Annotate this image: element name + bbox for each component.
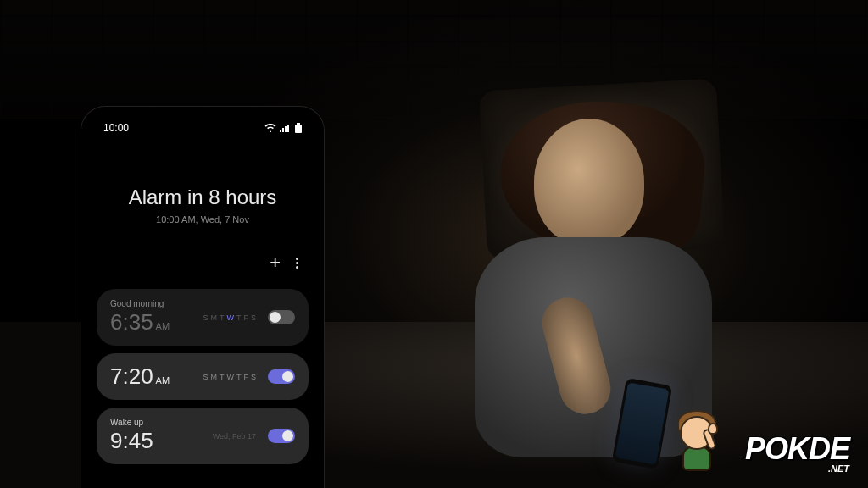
status-bar: 10:00 (88, 114, 317, 139)
svg-rect-4 (297, 123, 300, 125)
svg-rect-3 (287, 125, 289, 132)
logo-suffix-text: .NET (828, 463, 849, 474)
alarm-header: Alarm in 8 hours 10:00 AM, Wed, 7 Nov (88, 139, 317, 245)
alarm-time: 9:45 (110, 428, 213, 454)
more-options-button[interactable] (296, 258, 298, 269)
background-scene: 10:00 (0, 0, 868, 488)
alarm-label: Good morning (110, 299, 203, 308)
alarm-list: Good morning 6:35 AM S M T W T F S (88, 289, 317, 488)
svg-rect-1 (282, 128, 284, 132)
logo-mascot-icon (667, 408, 726, 475)
phone-mockup: 10:00 (81, 107, 324, 488)
signal-icon (280, 124, 292, 132)
wifi-icon (264, 124, 276, 132)
alarm-time: 7:20 AM (110, 363, 203, 390)
add-alarm-button[interactable]: + (270, 252, 281, 274)
pokde-logo: POKDE .NET (667, 403, 849, 475)
battery-icon (295, 123, 302, 133)
alarm-days: S M T W T F S (203, 373, 256, 381)
alarm-toggle[interactable] (268, 369, 295, 384)
person-head (534, 119, 644, 246)
logo-brand-text: POKDE (745, 431, 849, 467)
alarm-toggle[interactable] (268, 310, 295, 324)
alarm-days: S M T W T F S (203, 313, 256, 322)
action-bar: + (88, 245, 317, 289)
alarm-label: Wake up (110, 418, 213, 427)
svg-rect-5 (295, 125, 302, 133)
svg-rect-0 (280, 130, 281, 132)
alarm-card[interactable]: Wake up 9:45 Wed, Feb 17 (97, 408, 309, 464)
status-icons (264, 123, 302, 133)
svg-rect-2 (285, 126, 287, 132)
phone-screen: 10:00 (88, 114, 317, 488)
header-subtitle: 10:00 AM, Wed, 7 Nov (102, 214, 303, 225)
header-title: Alarm in 8 hours (102, 186, 303, 209)
alarm-card[interactable]: Good morning 6:35 AM S M T W T F S (97, 289, 309, 346)
alarm-date: Wed, Feb 17 (213, 432, 256, 441)
alarm-toggle[interactable] (268, 429, 295, 443)
alarm-card[interactable]: 7:20 AM S M T W T F S (97, 353, 309, 400)
alarm-time: 6:35 AM (110, 309, 203, 336)
status-time: 10:00 (103, 122, 129, 134)
